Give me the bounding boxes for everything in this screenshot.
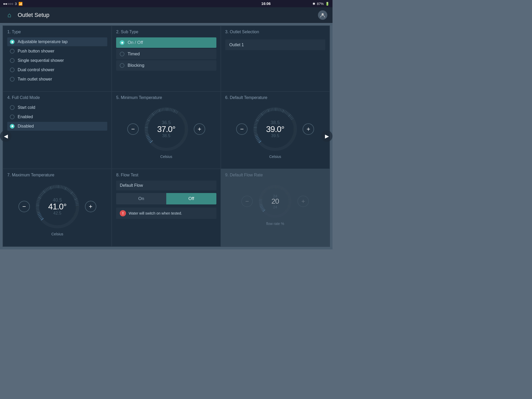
min-temp-dial-row: − // We'll draw tick marks around the di… [127, 106, 205, 152]
min-temp-decrease-button[interactable]: − [127, 123, 139, 135]
max-temp-dial: 40.5 41.0° 42.5 [34, 183, 81, 230]
cold-start-cold[interactable]: Start cold [7, 103, 107, 112]
max-temp-dial-row: − 40.5 41.0° 42.5 + [18, 183, 96, 230]
subtype-blocking-dot [120, 63, 124, 68]
svg-line-52 [184, 128, 188, 128]
battery-icon: 🔋 [325, 2, 329, 6]
type-adj-temp-tap[interactable]: Adjustable temperature tap [7, 37, 107, 46]
svg-line-113 [293, 128, 296, 128]
type-push-button-dot [10, 49, 15, 54]
cold-enabled-dot [10, 115, 15, 119]
default-flow-rate-header: 9. Default Flow Rate [225, 173, 325, 177]
header-left: ⌂ Outlet Setup [5, 11, 49, 19]
min-temp-dial-inner: 36.5 37.0° 38.5 [157, 120, 175, 138]
default-flow-increase-button: + [297, 196, 309, 207]
svg-line-72 [254, 130, 257, 131]
default-temp-dial: 38.5 39.0° 39.5 [252, 106, 298, 152]
max-temp-unit: Celsius [51, 232, 63, 236]
default-flow-rate-dial-row: − 24 20 24 + [241, 183, 309, 220]
user-avatar[interactable] [318, 10, 327, 20]
outlet-selection-header: 3. Outlet Selection [225, 30, 325, 34]
status-time: 16:06 [261, 2, 271, 6]
flow-on-button[interactable]: On [116, 193, 166, 204]
type-twin-outlet-dot [10, 77, 15, 82]
type-list: Adjustable temperature tap Push button s… [7, 37, 107, 84]
svg-line-135 [36, 205, 39, 205]
flow-toggle-row: On Off [116, 193, 216, 204]
type-dual-control[interactable]: Dual control shower [7, 65, 107, 74]
cold-disabled-label: Disabled [18, 124, 34, 129]
cold-mode-list: Start cold Enabled Disabled [7, 103, 107, 131]
home-button[interactable]: ⌂ [5, 11, 14, 19]
flow-warning-text: Water will switch on when tested. [129, 211, 182, 215]
app-header: ⌂ Outlet Setup [0, 7, 332, 23]
max-temp-value: 41.0° [48, 202, 66, 211]
default-temp-decrease-button[interactable]: − [236, 123, 248, 135]
subtype-on-off-label: On / Off [128, 40, 143, 45]
default-temp-dial-inner: 38.5 39.0° 39.5 [266, 120, 284, 138]
svg-line-176 [75, 208, 78, 208]
cold-enabled-label: Enabled [18, 115, 33, 119]
max-temp-cell: 7. Maximum Temperature − 40.5 41.0° 42.5 [3, 169, 112, 247]
subtype-on-off-dot [120, 40, 124, 45]
subtype-blocking-label: Blocking [128, 63, 144, 68]
default-temp-dial-row: − 38.5 39.0° 39.5 + [236, 106, 314, 152]
subtype-blocking[interactable]: Blocking [116, 60, 216, 71]
max-temp-decrease-button[interactable]: − [18, 201, 30, 212]
outlet-select[interactable]: Outlet 1 Outlet 2 Outlet 3 [225, 39, 325, 50]
cold-disabled-dot [10, 124, 15, 129]
warning-icon: ! [120, 210, 126, 216]
svg-line-133 [36, 208, 39, 208]
flow-test-cell: 8. Flow Test On Off ! Water will switch … [112, 169, 221, 247]
flow-off-button[interactable]: Off [166, 193, 216, 204]
default-temp-increase-button[interactable]: + [303, 123, 314, 135]
subtype-timed-label: Timed [128, 51, 140, 57]
subtype-on-off[interactable]: On / Off [116, 37, 216, 48]
svg-line-193 [259, 202, 262, 202]
outlet-selection-cell: 3. Outlet Selection Outlet 1 Outlet 2 Ou… [221, 26, 330, 91]
default-flow-rate-dial-container: − 24 20 24 + flow rate % [225, 181, 325, 228]
type-single-seq[interactable]: Single sequential shower [7, 56, 107, 65]
nav-next-button[interactable]: ▶ [321, 130, 332, 142]
status-left: ●●○○○ 3 📶 [3, 2, 23, 6]
max-temp-dial-inner: 40.5 41.0° 42.5 [48, 197, 66, 216]
max-temp-dial-container: − 40.5 41.0° 42.5 + Celsius [7, 181, 107, 239]
min-temp-dial: // We'll draw tick marks around the dial… [143, 106, 190, 152]
wifi-icon: 📶 [18, 2, 23, 6]
max-temp-ghost-below: 42.5 [48, 211, 66, 216]
flow-test-header: 8. Flow Test [116, 173, 216, 177]
nav-prev-button[interactable]: ◀ [0, 130, 11, 142]
svg-line-74 [254, 128, 257, 128]
subtype-timed-dot [120, 52, 124, 56]
status-bar: ●●○○○ 3 📶 16:06 ✱ 87% 🔋 [0, 0, 332, 7]
default-temp-ghost-below: 39.5 [266, 134, 284, 138]
type-push-button[interactable]: Push button shower [7, 47, 107, 56]
subtype-cell: 2. Sub Type On / Off Timed Blocking [112, 26, 221, 91]
type-header: 1. Type [7, 30, 107, 34]
flow-warning-row: ! Water will switch on when tested. [116, 208, 216, 219]
type-adj-temp-dot [10, 39, 15, 44]
cold-disabled[interactable]: Disabled [7, 122, 107, 131]
type-cell: 1. Type Adjustable temperature tap Push … [3, 26, 112, 91]
min-temp-increase-button[interactable]: + [194, 123, 205, 135]
type-single-seq-dot [10, 58, 15, 63]
cold-mode-header: 4. Full Cold Mode [7, 95, 107, 100]
status-right: ✱ 87% 🔋 [312, 2, 329, 6]
type-twin-outlet[interactable]: Twin outlet shower [7, 75, 107, 84]
min-temp-ghost-below: 38.5 [157, 134, 175, 138]
max-temp-increase-button[interactable]: + [85, 201, 96, 212]
flow-test-input[interactable] [116, 181, 216, 190]
main-content: ◀ ▶ 1. Type Adjustable temperature tap P… [0, 23, 332, 249]
svg-line-11 [145, 130, 148, 131]
svg-line-211 [276, 185, 276, 188]
svg-line-115 [293, 130, 296, 131]
default-flow-rate-unit: flow rate % [266, 222, 284, 226]
default-flow-ghost-below: 24 [271, 205, 279, 209]
page-title: Outlet Setup [18, 12, 49, 18]
type-dual-control-dot [10, 68, 15, 72]
default-flow-rate-value: 20 [271, 197, 279, 205]
svg-line-228 [288, 202, 291, 202]
cold-enabled[interactable]: Enabled [7, 112, 107, 121]
subtype-timed[interactable]: Timed [116, 49, 216, 59]
svg-line-13 [145, 128, 148, 128]
